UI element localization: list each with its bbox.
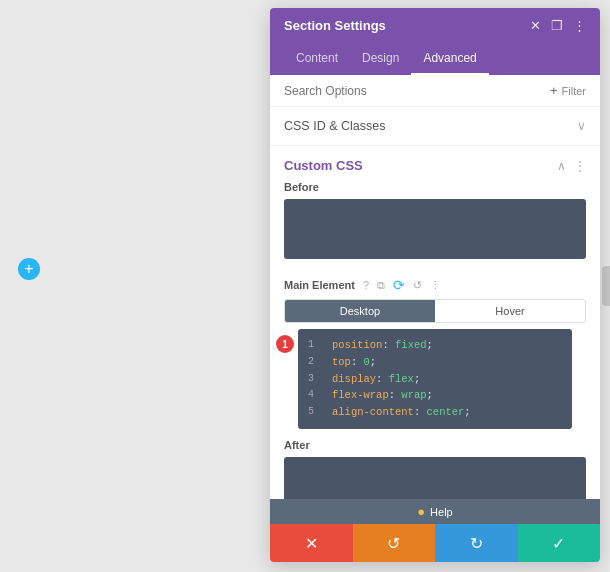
before-textarea[interactable]: [284, 199, 586, 259]
help-bar: ● Help: [270, 499, 600, 524]
question-icon[interactable]: ?: [363, 279, 369, 291]
hover-tab[interactable]: Hover: [435, 300, 585, 322]
css-id-header[interactable]: CSS ID & Classes ∨: [270, 107, 600, 145]
reset-icon: ↺: [387, 534, 400, 553]
code-editor[interactable]: 1 position: fixed; 2 top: 0; 3 display: …: [298, 329, 572, 429]
line-content-5: align-content: center;: [332, 404, 471, 421]
help-circle-icon: ●: [417, 504, 425, 519]
line-num-2: 2: [308, 354, 324, 370]
chevron-down-icon: ∨: [577, 119, 586, 133]
help-label: Help: [430, 506, 453, 518]
line-num-1: 1: [308, 337, 324, 353]
code-line-3: 3 display: flex;: [308, 371, 562, 388]
view-tabs: Desktop Hover: [284, 299, 586, 323]
redo-icon: ↻: [470, 534, 483, 553]
line-content-2: top: 0;: [332, 354, 376, 371]
line-num-4: 4: [308, 387, 324, 403]
custom-css-title: Custom CSS: [284, 158, 363, 173]
filter-label: Filter: [562, 85, 586, 97]
more-options-icon[interactable]: ⋮: [574, 159, 586, 173]
search-input[interactable]: [284, 84, 550, 98]
code-line-2: 2 top: 0;: [308, 354, 562, 371]
sync-icon[interactable]: ⟳: [393, 277, 405, 293]
css-id-label: CSS ID & Classes: [284, 119, 385, 133]
code-line-4: 4 flex-wrap: wrap;: [308, 387, 562, 404]
reset-button[interactable]: ↺: [353, 524, 436, 562]
custom-css-icons: ∧ ⋮: [557, 159, 586, 173]
after-textarea[interactable]: [284, 457, 586, 499]
panel-footer: ● Help ✕ ↺ ↻ ✓: [270, 499, 600, 562]
collapse-icon[interactable]: ∧: [557, 159, 566, 173]
cancel-button[interactable]: ✕: [270, 524, 353, 562]
code-editor-container: 1 1 position: fixed; 2 top: 0; 3 display: [284, 329, 586, 429]
action-buttons: ✕ ↺ ↻ ✓: [270, 524, 600, 562]
close-icon[interactable]: ✕: [530, 18, 541, 33]
search-bar: + Filter: [270, 75, 600, 107]
line-content-1: position: fixed;: [332, 337, 433, 354]
line-content-4: flex-wrap: wrap;: [332, 387, 433, 404]
cancel-icon: ✕: [305, 534, 318, 553]
resize-handle[interactable]: [602, 266, 610, 306]
code-line-1: 1 position: fixed;: [308, 337, 562, 354]
line-num-3: 3: [308, 371, 324, 387]
error-badge: 1: [276, 335, 294, 353]
line-num-5: 5: [308, 404, 324, 420]
custom-css-section: Custom CSS ∧ ⋮ Before Main Element ? ⧉ ⟳…: [270, 146, 600, 499]
tab-content[interactable]: Content: [284, 43, 350, 75]
code-line-5: 5 align-content: center;: [308, 404, 562, 421]
copy-icon[interactable]: ⧉: [377, 279, 385, 292]
after-label: After: [270, 439, 600, 457]
main-element-bar: Main Element ? ⧉ ⟳ ↺ ⋮: [270, 273, 600, 299]
filter-button[interactable]: + Filter: [550, 83, 586, 98]
filter-plus-icon: +: [550, 83, 558, 98]
panel-header: Section Settings ✕ ❐ ⋮: [270, 8, 600, 43]
before-label: Before: [270, 181, 600, 199]
panel-body: CSS ID & Classes ∨ Custom CSS ∧ ⋮ Before: [270, 107, 600, 499]
redo-button[interactable]: ↻: [435, 524, 518, 562]
plus-icon: +: [24, 260, 33, 278]
desktop-tab[interactable]: Desktop: [285, 300, 435, 322]
page-background: + Section Settings ✕ ❐ ⋮ Content Design …: [0, 0, 610, 572]
section-settings-panel: Section Settings ✕ ❐ ⋮ Content Design Ad…: [270, 8, 600, 562]
tab-design[interactable]: Design: [350, 43, 411, 75]
css-id-section: CSS ID & Classes ∨: [270, 107, 600, 146]
line-content-3: display: flex;: [332, 371, 420, 388]
panel-header-actions: ✕ ❐ ⋮: [530, 18, 586, 33]
save-check-icon: ✓: [552, 534, 565, 553]
dots-icon[interactable]: ⋮: [430, 279, 441, 292]
main-element-label: Main Element: [284, 279, 355, 291]
tab-advanced[interactable]: Advanced: [411, 43, 488, 75]
panel-title: Section Settings: [284, 18, 386, 33]
panel-tabs: Content Design Advanced: [270, 43, 600, 75]
undo-icon[interactable]: ↺: [413, 279, 422, 292]
more-icon[interactable]: ⋮: [573, 18, 586, 33]
expand-icon[interactable]: ❐: [551, 18, 563, 33]
save-button[interactable]: ✓: [518, 524, 601, 562]
custom-css-header: Custom CSS ∧ ⋮: [270, 146, 600, 181]
add-button[interactable]: +: [18, 258, 40, 280]
